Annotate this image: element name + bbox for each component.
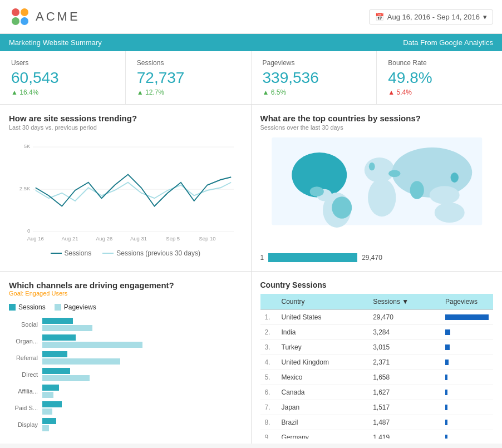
row-sessions: 1,419 (368, 430, 441, 439)
sessions-header[interactable]: Sessions ▼ (368, 294, 441, 310)
row-sessions: 1,517 (368, 400, 441, 415)
channel-label: Organ... (9, 338, 42, 344)
svg-text:Aug 31: Aug 31 (130, 235, 147, 242)
channel-bar-pageviews (42, 375, 90, 381)
metric-card-sessions: Sessions 72,737 ▲ 12.7% (126, 51, 252, 104)
legend-pageviews-bar: Pageviews (55, 303, 96, 311)
pageviews-legend-label: Pageviews (64, 303, 96, 311)
svg-text:Aug 21: Aug 21 (61, 235, 78, 242)
metric-change: ▲ 6.5% (263, 88, 366, 96)
metrics-row: Users 60,543 ▲ 16.4% Sessions 72,737 ▲ 1… (0, 51, 502, 105)
row-pageviews-bar (441, 355, 493, 370)
row-sessions: 29,470 (368, 310, 441, 325)
svg-text:Aug 26: Aug 26 (96, 235, 112, 242)
channel-bar-sessions (42, 318, 73, 324)
channel-bars-pair (42, 368, 242, 381)
row-rank: 1. (260, 310, 277, 325)
channel-row: Organ... (9, 334, 242, 348)
metric-label: Pageviews (263, 59, 366, 67)
row-rank: 7. (260, 400, 277, 415)
row-pageviews-bar (441, 310, 493, 325)
table-header-row: Country Sessions ▼ Pageviews (260, 294, 494, 310)
row-rank: 2. (260, 325, 277, 340)
channel-bar-sessions (42, 351, 67, 357)
table-row: 4. United Kingdom 2,371 (260, 355, 494, 370)
metric-card-pageviews: Pageviews 339,536 ▲ 6.5% (252, 51, 377, 104)
svg-text:Sep 5: Sep 5 (166, 235, 180, 242)
map-bar-indicator (268, 253, 357, 262)
table-row: 5. Mexico 1,658 (260, 370, 494, 385)
svg-point-23 (429, 186, 459, 204)
row-rank: 3. (260, 340, 277, 355)
pageviews-bar-fill (445, 405, 447, 410)
sessions-legend-label: Sessions (18, 303, 46, 311)
legend-prev: Sessions (previous 30 days) (102, 249, 200, 257)
svg-point-1 (21, 8, 28, 16)
metric-value: 49.8% (388, 69, 491, 87)
sessions-chart-subtitle: Last 30 days vs. previous period (9, 124, 242, 131)
channel-bar-pageviews (42, 425, 49, 431)
svg-point-28 (309, 186, 323, 196)
channel-bar-sessions (42, 418, 56, 424)
logo: ACME (9, 6, 80, 28)
channel-label: Direct (9, 371, 42, 378)
calendar-icon: 📅 (375, 13, 384, 21)
metric-change: ▲ 16.4% (11, 88, 114, 96)
metric-card-bounce-rate: Bounce Rate 49.8% ▲ 5.4% (377, 51, 502, 104)
row-sessions: 3,284 (368, 325, 441, 340)
summary-bar-source: Data From Google Analytics (403, 38, 493, 47)
metric-card-users: Users 60,543 ▲ 16.4% (0, 51, 126, 104)
row-country: Brazil (277, 415, 369, 430)
row-pageviews-bar (441, 385, 493, 400)
channel-row: Display (9, 418, 242, 431)
svg-point-20 (364, 157, 394, 183)
header: ACME 📅 Aug 16, 2016 - Sep 14, 2016 ▾ (0, 0, 502, 34)
channel-bar-sessions (42, 401, 62, 407)
svg-point-26 (410, 181, 424, 199)
row-country: United States (277, 310, 369, 325)
pageviews-bar-fill (445, 435, 447, 439)
pageviews-bar-fill (445, 390, 447, 395)
svg-point-24 (434, 203, 464, 223)
table-row: 7. Japan 1,517 (260, 400, 494, 415)
table-row: 1. United States 29,470 (260, 310, 494, 325)
pageviews-bar-fill (445, 420, 447, 425)
channel-bars-pair (42, 401, 242, 415)
map-bar-row: 1 29,470 (260, 253, 494, 262)
country-map-subtitle: Sessions over the last 30 days (260, 124, 494, 131)
country-map-title: What are the top countries by sessions? (260, 114, 494, 123)
metric-value: 72,737 (137, 69, 240, 87)
metric-label: Sessions (137, 59, 240, 67)
channel-label: Affilia... (9, 388, 42, 395)
table-row: 2. India 3,284 (260, 325, 494, 340)
row-rank: 9. (260, 430, 277, 439)
channel-row: Affilia... (9, 385, 242, 398)
sessions-chart-title: How are site sessions trending? (9, 114, 242, 123)
pageviews-bar-fill (445, 314, 489, 320)
row-rank: 5. (260, 370, 277, 385)
svg-point-22 (392, 147, 472, 198)
svg-point-29 (332, 196, 352, 219)
logo-text: ACME (36, 9, 80, 24)
svg-text:Aug 16: Aug 16 (27, 235, 44, 242)
channel-bar-sessions (42, 334, 76, 341)
channel-bar-pageviews (42, 358, 120, 365)
country-table-section: Country Sessions Country Sessions ▼ Page… (252, 272, 503, 439)
world-map-svg (260, 137, 494, 238)
channel-bar-pageviews (42, 325, 92, 331)
legend-sessions-line (51, 253, 62, 254)
map-bar-value: 29,470 (362, 254, 382, 262)
svg-point-2 (12, 17, 19, 25)
channels-subtitle: Goal: Engaged Users (9, 290, 242, 297)
map-bar-label: 1 (260, 254, 264, 262)
svg-text:Sep 10: Sep 10 (199, 235, 215, 242)
row-country: Canada (277, 385, 369, 400)
channel-bars-pair (42, 351, 242, 365)
row-rank: 4. (260, 355, 277, 370)
date-range-picker[interactable]: 📅 Aug 16, 2016 - Sep 14, 2016 ▾ (369, 9, 493, 24)
svg-text:2.5K: 2.5K (19, 185, 31, 191)
channel-bars-pair (42, 385, 242, 398)
row-pageviews-bar (441, 400, 493, 415)
legend-sessions-bar: Sessions (9, 303, 46, 311)
pageviews-bar-fill (445, 375, 447, 380)
